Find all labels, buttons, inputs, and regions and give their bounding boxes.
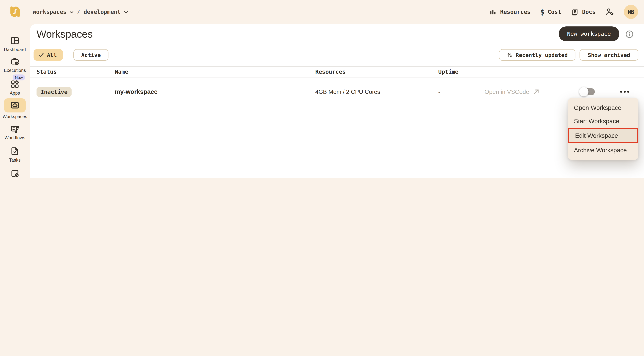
check-icon (38, 52, 44, 57)
launch-plans-icon (10, 168, 20, 178)
external-arrow-icon (533, 89, 539, 95)
nav-docs-label: Docs (582, 8, 596, 15)
workflows-icon (10, 124, 20, 134)
table-row[interactable]: Inactive my-workspace 4GB Mem / 2 CPU Co… (30, 77, 644, 106)
status-cell: Inactive (36, 77, 72, 106)
chevron-down-icon[interactable] (124, 11, 128, 13)
dot (620, 91, 622, 93)
workspace-toggle[interactable] (581, 88, 595, 95)
main-panel: Workspaces New workspace All Active Rece… (30, 24, 644, 178)
uptime-cell: - (438, 77, 440, 106)
breadcrumb-separator: / (77, 8, 80, 15)
status-badge: Inactive (36, 87, 72, 97)
sidebar-item-apps[interactable]: New Apps (0, 79, 30, 96)
sidebar-label: Apps (10, 91, 20, 96)
menu-item-archive-workspace[interactable]: Archive Workspace (568, 143, 638, 157)
resources-cell: 4GB Mem / 2 CPU Cores (315, 77, 380, 106)
bar-chart-icon (489, 8, 497, 16)
table-header: Status Name Resources Uptime (30, 66, 644, 77)
dot (624, 91, 626, 93)
workspaces-icon (10, 100, 20, 110)
user-avatar[interactable]: NB (624, 5, 638, 19)
sidebar-label: Dashboard (4, 47, 26, 52)
menu-item-start-workspace[interactable]: Start Workspace (568, 114, 638, 128)
breadcrumb-project[interactable]: development (84, 8, 121, 15)
docs-icon (571, 8, 579, 16)
new-badge: New (13, 74, 25, 80)
menu-item-edit-workspace[interactable]: Edit Workspace (568, 128, 638, 143)
toggle-knob (579, 87, 588, 96)
nav-resources[interactable]: Resources (489, 8, 530, 16)
column-status: Status (36, 67, 57, 77)
app-window: workspaces / development Resources $ Cos… (0, 0, 644, 178)
dot (627, 91, 629, 93)
column-resources: Resources (315, 67, 346, 77)
nav-docs[interactable]: Docs (571, 8, 596, 16)
apps-icon (10, 79, 20, 89)
dollar-icon: $ (540, 8, 544, 16)
sort-arrows-icon (507, 52, 513, 58)
open-in-vscode-link[interactable]: Open in VSCode (484, 77, 539, 106)
user-settings-icon[interactable] (605, 7, 614, 16)
sidebar: Dashboard Executions New A (0, 24, 30, 178)
sidebar-label: Tasks (9, 158, 21, 163)
page-title: Workspaces (36, 28, 92, 40)
workspace-name: my-workspace (115, 77, 158, 106)
column-uptime: Uptime (438, 67, 458, 77)
nav-cost-label: Cost (548, 8, 561, 15)
sidebar-item-workflows[interactable]: Workflows (0, 124, 30, 140)
sort-recently-updated-button[interactable]: Recently updated (499, 49, 576, 61)
chevron-down-icon[interactable] (70, 11, 74, 13)
union-logo-icon[interactable] (9, 5, 21, 18)
dashboard-icon (10, 36, 20, 45)
active-item-highlight (4, 98, 26, 112)
sidebar-item-executions[interactable]: Executions (0, 57, 30, 73)
sidebar-item-workspaces[interactable]: Workspaces (0, 98, 30, 119)
tasks-icon (10, 146, 20, 156)
sidebar-item-launch-plans[interactable]: Launch Plans (0, 168, 30, 178)
menu-item-open-workspace[interactable]: Open Workspace (568, 101, 638, 114)
breadcrumb-workspaces[interactable]: workspaces (33, 8, 66, 15)
top-bar: workspaces / development Resources $ Cos… (0, 0, 644, 24)
new-workspace-button[interactable]: New workspace (558, 26, 620, 41)
sidebar-label: Executions (4, 68, 26, 73)
show-archived-button[interactable]: Show archived (580, 49, 638, 61)
sidebar-label: Workspaces (2, 114, 27, 119)
workspace-context-menu: Open Workspace Start Workspace Edit Work… (568, 98, 638, 160)
executions-icon (10, 57, 20, 66)
breadcrumb: workspaces / development (33, 0, 128, 24)
sidebar-item-tasks[interactable]: Tasks (0, 146, 30, 163)
sidebar-item-dashboard[interactable]: Dashboard (0, 36, 30, 52)
nav-cost[interactable]: $ Cost (540, 8, 561, 16)
top-nav: Resources $ Cost Docs (489, 0, 638, 24)
column-name: Name (115, 67, 128, 77)
info-icon[interactable] (625, 30, 634, 38)
filter-all-chip[interactable]: All (34, 49, 63, 61)
nav-resources-label: Resources (500, 8, 530, 15)
sidebar-label: Workflows (4, 136, 25, 140)
filter-active-chip[interactable]: Active (74, 49, 109, 61)
avatar-initials: NB (628, 9, 634, 15)
